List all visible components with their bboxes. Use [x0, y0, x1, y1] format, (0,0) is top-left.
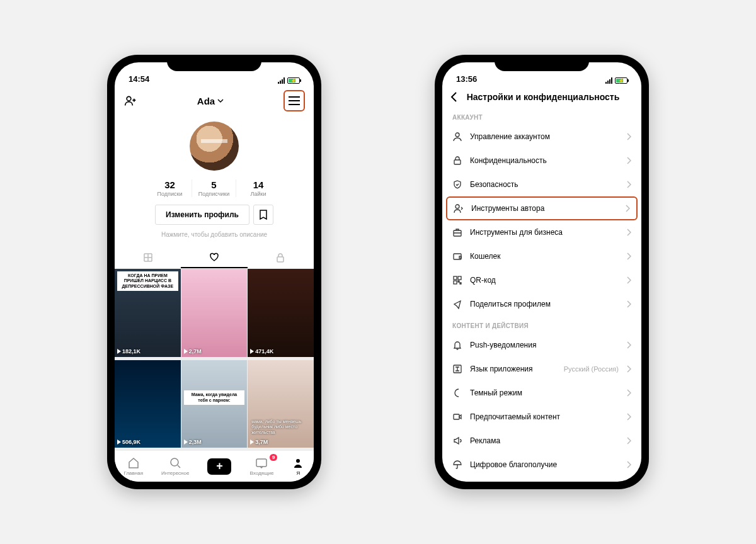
tab-private[interactable]	[248, 247, 314, 268]
settings-title: Настройки и конфиденциальность	[452, 92, 634, 102]
svg-rect-1	[277, 257, 284, 262]
video-tile[interactable]: 506,9K	[115, 360, 181, 448]
settings-row[interactable]: Язык приложения Русский (Россия)	[442, 357, 641, 381]
edit-profile-button[interactable]: Изменить профиль	[155, 205, 249, 225]
avatar-wrap	[115, 122, 314, 171]
svg-rect-14	[454, 414, 459, 419]
row-label: QR-код	[470, 276, 619, 285]
settings-row[interactable]: QR-код	[442, 268, 641, 292]
bookmark-icon	[259, 210, 268, 220]
lock-icon	[452, 156, 462, 166]
profile-actions: Изменить профиль	[115, 205, 314, 225]
search-icon	[169, 456, 181, 469]
tab-liked[interactable]	[181, 247, 247, 268]
row-label: Инструменты автора	[471, 204, 617, 213]
section-label: АККАУНТ	[442, 108, 641, 125]
row-label: Инструменты для бизнеса	[470, 228, 619, 237]
play-icon	[117, 439, 121, 445]
svg-point-0	[127, 96, 131, 101]
video-grid: КОГДА НА ПРИЕМ ПРИШЕЛ НАРЦИСС В ДЕПРЕССИ…	[115, 269, 314, 450]
settings-row[interactable]: Безопасность	[442, 173, 641, 196]
chevron-right-icon	[626, 461, 631, 468]
video-tile[interactable]: КОГДА НА ПРИЕМ ПРИШЕЛ НАРЦИСС В ДЕПРЕССИ…	[115, 269, 181, 357]
play-icon	[250, 439, 254, 445]
settings-row[interactable]: Реклама	[442, 429, 641, 453]
settings-row[interactable]: Инструменты для бизнеса	[442, 220, 641, 244]
shield-icon	[452, 179, 462, 190]
play-icon	[250, 349, 254, 354]
heart-icon	[209, 252, 220, 262]
row-label: Конфиденциальность	[470, 156, 619, 165]
stat-likes[interactable]: 14Лайки	[236, 179, 280, 197]
status-time: 13:56	[456, 74, 477, 84]
settings-row[interactable]: Управление аккаунтом	[442, 125, 641, 149]
nav-home[interactable]: Главная	[124, 456, 143, 476]
bottom-nav: Главная Интересное + 9 Входящие Я	[115, 450, 314, 482]
inbox-icon	[255, 456, 268, 469]
row-label: Темный режим	[470, 388, 619, 397]
settings-row[interactable]: Цифровое благополучие	[442, 453, 641, 477]
nav-me[interactable]: Я	[292, 456, 304, 476]
video-tile[interactable]: 471,4K	[248, 269, 314, 357]
ad-icon	[452, 436, 462, 446]
tab-posts[interactable]	[115, 247, 181, 268]
svg-point-5	[455, 133, 459, 137]
video-tile[interactable]: Мама, когда увидела тебя с парнем:2,3M	[181, 360, 248, 448]
settings-row[interactable]: Конфиденциальность	[442, 149, 641, 173]
play-icon	[184, 349, 188, 354]
nav-create[interactable]: +	[207, 458, 231, 475]
svg-point-4	[296, 459, 300, 463]
svg-rect-6	[454, 160, 461, 164]
chevron-right-icon	[626, 413, 631, 421]
bio-hint[interactable]: Нажмите, чтобы добавить описание	[115, 231, 314, 238]
chevron-right-icon	[626, 389, 631, 397]
settings-row[interactable]: Инструменты автора	[447, 198, 636, 219]
settings-row[interactable]: Темный режим	[442, 381, 641, 405]
highlight-creator-tools: Инструменты автора	[446, 196, 638, 220]
hamburger-icon[interactable]	[287, 94, 301, 108]
svg-rect-10	[454, 276, 457, 280]
wallet-icon	[452, 251, 462, 261]
inbox-badge: 9	[270, 454, 277, 461]
notch	[167, 55, 261, 71]
avatar[interactable]	[190, 122, 239, 171]
settings-list: АККАУНТ Управление аккаунтом Конфиденциа…	[442, 108, 641, 477]
stat-following[interactable]: 32Подписки	[148, 179, 192, 197]
svg-point-2	[171, 458, 178, 466]
video-tile[interactable]: мама: либо ты меняешь будильник либо мес…	[248, 360, 314, 448]
nav-discover[interactable]: Интересное	[161, 456, 189, 476]
umbrella-icon	[452, 460, 462, 470]
battery-icon: ⚡	[615, 77, 627, 84]
settings-row[interactable]: Предпочитаемый контент	[442, 405, 641, 429]
video-tile[interactable]: 2,7M	[181, 269, 248, 357]
profile-tabs	[115, 247, 314, 269]
row-value: Русский (Россия)	[564, 365, 619, 373]
play-icon	[117, 349, 121, 354]
home-icon	[127, 456, 140, 469]
grid-icon	[143, 252, 153, 263]
chevron-right-icon	[626, 133, 631, 140]
bell-icon	[452, 340, 462, 350]
settings-row[interactable]: Push-уведомления	[442, 333, 641, 357]
profile-username[interactable]: Ada	[197, 96, 224, 106]
briefcase-icon	[452, 227, 462, 237]
settings-row[interactable]: Поделиться профилем	[442, 292, 641, 316]
play-icon	[184, 439, 188, 445]
bookmark-button[interactable]	[253, 205, 273, 225]
lock-icon	[276, 252, 285, 263]
row-label: Предпочитаемый контент	[470, 412, 619, 421]
add-user-icon[interactable]	[123, 94, 137, 108]
row-label: Реклама	[470, 436, 619, 445]
signal-icon	[605, 77, 612, 84]
nav-inbox[interactable]: 9 Входящие	[249, 456, 273, 476]
chevron-right-icon	[626, 181, 631, 188]
share-icon	[452, 299, 462, 309]
chevron-right-icon	[626, 252, 631, 260]
user-icon	[452, 132, 462, 142]
stat-followers[interactable]: 5Подписчики	[192, 179, 236, 197]
svg-rect-12	[454, 281, 457, 284]
chevron-right-icon	[626, 300, 631, 308]
row-label: Язык приложения	[470, 365, 556, 373]
settings-row[interactable]: Кошелек	[442, 244, 641, 268]
video-icon	[452, 412, 462, 422]
